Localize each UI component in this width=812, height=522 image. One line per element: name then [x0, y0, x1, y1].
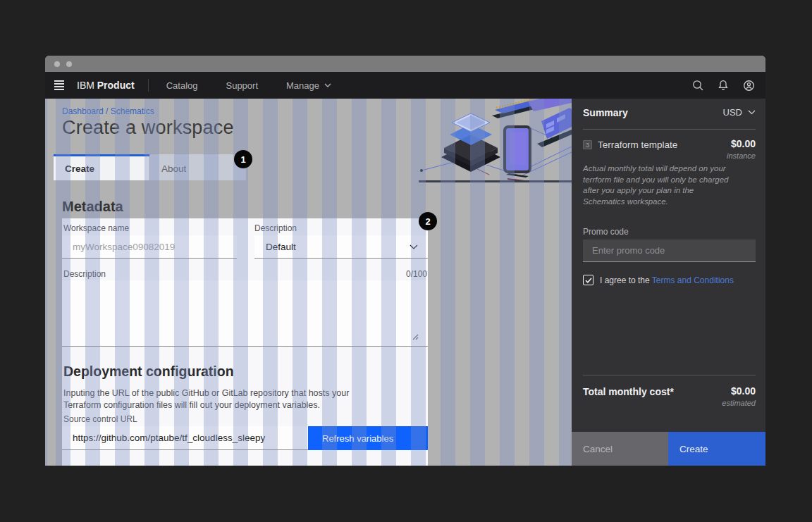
browser-window: IBM Product Catalog Support Manage: [45, 56, 765, 466]
chevron-down-icon: [410, 244, 418, 249]
description-textarea[interactable]: [62, 280, 428, 347]
currency-selector[interactable]: USD: [723, 107, 756, 118]
line-item-unit: instance: [727, 151, 756, 160]
metadata-heading: Metadata: [62, 199, 123, 215]
panel-footer: Cancel Create: [572, 432, 765, 466]
pricing-note: Actual monthly total will depend on your…: [583, 163, 735, 207]
nav-item-catalog[interactable]: Catalog: [152, 72, 212, 99]
tab-about[interactable]: About: [150, 154, 246, 180]
total-cost-unit: estimated: [722, 399, 756, 407]
breadcrumb: Dashboard / Schematics: [62, 106, 154, 116]
total-cost-label: Total monthly cost*: [583, 386, 674, 397]
notifications-bell-icon[interactable]: [710, 72, 736, 99]
description-select[interactable]: Default: [254, 235, 428, 259]
promo-code-input[interactable]: [583, 240, 756, 262]
breadcrumb-link-schematics[interactable]: Schematics: [111, 106, 154, 116]
line-item-name: Terraform template: [598, 139, 677, 150]
description-select-value: Default: [266, 242, 296, 252]
breadcrumb-link-dashboard[interactable]: Dashboard: [62, 106, 104, 116]
header-actions: [685, 72, 765, 99]
source-control-url-label: Source control URL: [63, 414, 137, 424]
account-avatar-icon[interactable]: [736, 72, 761, 99]
resize-grip-icon[interactable]: [412, 333, 419, 340]
nav-item-manage[interactable]: Manage: [272, 72, 345, 99]
source-control-url-input[interactable]: [62, 426, 308, 450]
description-select-label: Description: [254, 223, 297, 233]
annotation-marker-2: 2: [419, 212, 437, 230]
cancel-button[interactable]: Cancel: [572, 432, 668, 466]
checkbox-check-icon: [585, 278, 592, 283]
promo-code-label: Promo code: [583, 227, 629, 237]
character-counter: 0/100: [406, 269, 427, 279]
window-control-dot: [54, 61, 60, 67]
app-header: IBM Product Catalog Support Manage: [45, 72, 765, 99]
tab-create[interactable]: Create: [54, 154, 149, 180]
workspace-name-input[interactable]: [62, 235, 237, 259]
form-card: Workspace name Description Default Descr…: [62, 218, 428, 466]
header-divider: [148, 79, 149, 92]
terms-row: I agree to the Terms and Conditions: [583, 275, 734, 285]
workspace-name-label: Workspace name: [63, 223, 129, 233]
tab-bar: Create About: [54, 154, 246, 180]
search-icon[interactable]: [685, 72, 710, 99]
main-content: Dashboard / Schematics Create a workspac…: [45, 99, 572, 466]
deployment-description: Inputing the URL of the public GitHub or…: [63, 387, 371, 411]
divider: [583, 375, 756, 375]
summary-title: Summary: [583, 107, 628, 118]
currency-value: USD: [723, 107, 742, 118]
window-titlebar: [45, 56, 765, 72]
annotation-marker-1: 1: [234, 150, 252, 168]
brand-product-name: Product: [97, 80, 135, 91]
divider: [583, 129, 756, 130]
tech-illustration: [419, 99, 572, 182]
total-cost-value: $0.00: [731, 385, 756, 397]
create-button[interactable]: Create: [668, 432, 765, 466]
breadcrumb-separator: /: [106, 106, 108, 116]
nav-item-support[interactable]: Support: [211, 72, 272, 99]
header-nav: Catalog Support Manage: [152, 72, 345, 99]
line-item-price: $0.00: [731, 138, 756, 149]
terms-text: I agree to the Terms and Conditions: [600, 275, 734, 285]
description-textarea-label: Description: [63, 269, 106, 279]
menu-icon[interactable]: [54, 80, 64, 90]
summary-panel: Summary USD 3 Terraform template $0.00 i…: [572, 99, 765, 466]
window-control-dot: [66, 61, 72, 67]
chevron-down-icon: [748, 110, 756, 115]
chevron-down-icon: [324, 83, 331, 87]
terms-checkbox[interactable]: [583, 275, 593, 285]
annotation-marker-3: 3: [583, 140, 592, 149]
terms-and-conditions-link[interactable]: Terms and Conditions: [652, 275, 734, 285]
refresh-variables-button[interactable]: Refresh variables: [308, 426, 428, 450]
brand[interactable]: IBM Product: [77, 80, 135, 91]
page-title: Create a workspace: [62, 117, 234, 139]
deployment-heading: Deployment configuration: [63, 363, 234, 380]
brand-prefix: IBM: [77, 80, 94, 91]
